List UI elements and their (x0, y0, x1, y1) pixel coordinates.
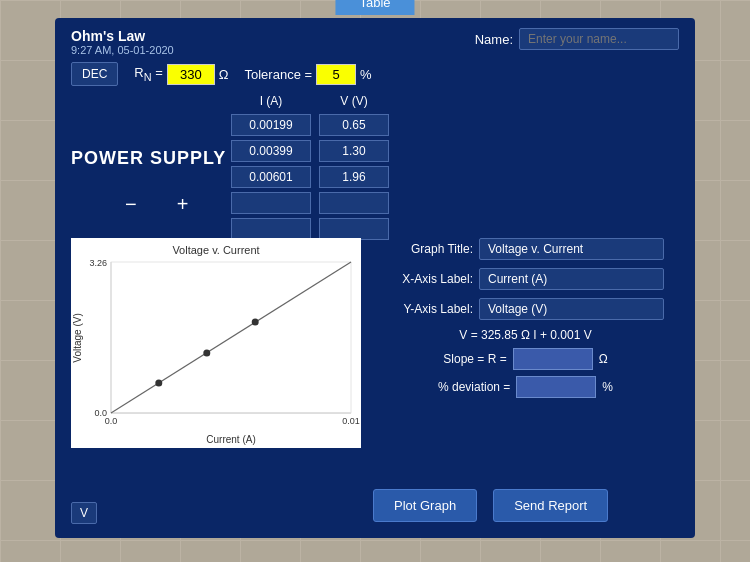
deviation-input[interactable] (516, 376, 596, 398)
v-badge: V (71, 502, 97, 524)
i-column: I (A) (231, 94, 311, 240)
pm-buttons: − + (125, 193, 188, 216)
svg-point-13 (203, 350, 210, 357)
name-section: Name: (475, 28, 679, 50)
rn-input[interactable] (167, 64, 215, 85)
main-panel: Table Ohm's Law 9:27 AM, 05-01-2020 Name… (55, 18, 695, 538)
name-label: Name: (475, 32, 513, 47)
table-tab[interactable]: Table (335, 0, 414, 15)
v-col-header: V (V) (319, 94, 389, 108)
graph-title-input[interactable] (479, 238, 664, 260)
i-row-5[interactable] (231, 218, 311, 240)
i-row-1[interactable] (231, 114, 311, 136)
deviation-row: % deviation = % (373, 376, 678, 398)
tolerance-label: Tolerance = (245, 67, 313, 82)
app-title: Ohm's Law (71, 28, 174, 44)
table-section: I (A) V (V) (215, 94, 695, 240)
app-subtitle: 9:27 AM, 05-01-2020 (71, 44, 174, 56)
slope-input[interactable] (513, 348, 593, 370)
header: Ohm's Law 9:27 AM, 05-01-2020 Name: (55, 18, 695, 62)
power-supply-label: POWER SUPPLY (71, 148, 226, 169)
i-row-3[interactable] (231, 166, 311, 188)
svg-text:0.01: 0.01 (342, 416, 360, 426)
equation-row: V = 325.85 Ω I + 0.001 V (373, 328, 678, 342)
rn-row: RN = Ω (134, 64, 228, 85)
v-column: V (V) (319, 94, 389, 240)
graph-area: Voltage v. Current 0.0 0.01 0.0 3.26 Vol… (71, 238, 361, 448)
send-report-button[interactable]: Send Report (493, 489, 608, 522)
x-axis-label: X-Axis Label: (373, 272, 473, 286)
svg-point-12 (155, 380, 162, 387)
plot-graph-button[interactable]: Plot Graph (373, 489, 477, 522)
i-col-header: I (A) (231, 94, 311, 108)
deviation-unit: % (602, 380, 613, 394)
v-row-5[interactable] (319, 218, 389, 240)
plus-button[interactable]: + (177, 193, 189, 216)
graph-title-row: Graph Title: (373, 238, 678, 260)
tolerance-unit: % (360, 67, 372, 82)
y-axis-row: Y-Axis Label: (373, 298, 678, 320)
slope-label: Slope = R = (443, 352, 506, 366)
graph-svg: Voltage v. Current 0.0 0.01 0.0 3.26 Vol… (71, 238, 361, 448)
v-row-4[interactable] (319, 192, 389, 214)
svg-point-14 (252, 319, 259, 326)
tolerance-row: Tolerance = % (245, 64, 372, 85)
bottom-buttons: Plot Graph Send Report (373, 489, 608, 522)
svg-text:Current (A): Current (A) (206, 434, 255, 445)
svg-text:3.26: 3.26 (89, 258, 107, 268)
deviation-label: % deviation = (438, 380, 510, 394)
v-row-2[interactable] (319, 140, 389, 162)
graph-title-label: Graph Title: (373, 242, 473, 256)
rn-unit: Ω (219, 67, 229, 82)
rn-label: RN = (134, 65, 162, 83)
name-input[interactable] (519, 28, 679, 50)
i-row-2[interactable] (231, 140, 311, 162)
y-axis-input[interactable] (479, 298, 664, 320)
slope-row: Slope = R = Ω (373, 348, 678, 370)
x-axis-input[interactable] (479, 268, 664, 290)
svg-text:Voltage (V): Voltage (V) (72, 313, 83, 362)
slope-unit: Ω (599, 352, 608, 366)
x-axis-row: X-Axis Label: (373, 268, 678, 290)
tab-bar: Table (335, 0, 414, 15)
tolerance-input[interactable] (316, 64, 356, 85)
i-row-4[interactable] (231, 192, 311, 214)
app-info: Ohm's Law 9:27 AM, 05-01-2020 (71, 28, 174, 56)
dec-button[interactable]: DEC (71, 62, 118, 86)
v-row-3[interactable] (319, 166, 389, 188)
minus-button[interactable]: − (125, 193, 137, 216)
v-row-1[interactable] (319, 114, 389, 136)
svg-text:0.0: 0.0 (94, 408, 107, 418)
graph-title-text: Voltage v. Current (172, 244, 259, 256)
graph-settings: Graph Title: X-Axis Label: Y-Axis Label:… (373, 238, 678, 406)
y-axis-label: Y-Axis Label: (373, 302, 473, 316)
controls-row: DEC RN = Ω Tolerance = % (55, 62, 695, 94)
